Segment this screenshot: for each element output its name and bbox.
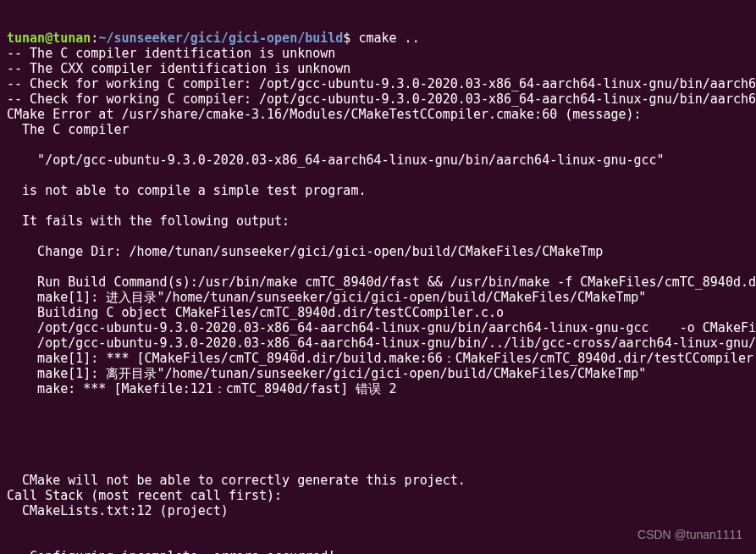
output-line: CMake Error at /usr/share/cmake-3.16/Mod… [7,107,749,122]
watermark-text: CSDN @tunan1111 [637,527,742,542]
output-line: Run Build Command(s):/usr/bin/make cmTC_… [7,274,749,290]
output-line: -- Check for working C compiler: /opt/gc… [7,91,749,107]
prompt-user: tunan@tunan [7,30,91,46]
output-line [7,137,749,152]
output-line: is not able to compile a simple test pro… [7,183,749,198]
output-line: Building C object CMakeFiles/cmTC_8940d.… [7,305,749,320]
output-line [7,396,749,412]
output-line: -- Configuring incomplete, errors occurr… [7,549,749,554]
output-line: CMakeLists.txt:12 (project) [7,503,749,518]
output-line: make: *** [Makefile:121：cmTC_8940d/fast]… [7,381,749,396]
output-line [7,168,749,183]
output-line: CMake will not be able to correctly gene… [7,473,749,488]
output-line: Change Dir: /home/tunan/sunseeker/gici/g… [7,244,749,259]
output-line [7,198,749,213]
output-line: Call Stack (most recent call first): [7,488,749,503]
prompt-path: ~/sunseeker/gici/gici-open/build [98,30,343,46]
output-line: /opt/gcc-ubuntu-9.3.0-2020.03-x86_64-aar… [7,335,749,351]
output-line [7,427,749,442]
output-line: -- Check for working C compiler: /opt/gc… [7,76,749,91]
output-line: The C compiler [7,122,749,137]
output-line: -- The CXX compiler identification is un… [7,61,749,76]
output-line: It fails with the following output: [7,213,749,229]
output-line: make[1]: 离开目录"/home/tunan/sunseeker/gici… [7,366,749,381]
output-line: make[1]: 进入目录"/home/tunan/sunseeker/gici… [7,290,749,305]
output-line [7,442,749,457]
output-line [7,259,749,274]
output-line: /opt/gcc-ubuntu-9.3.0-2020.03-x86_64-aar… [7,320,749,335]
output-line: -- The C compiler identification is unkn… [7,46,749,61]
output-line [7,457,749,473]
terminal-output[interactable]: tunan@tunan:~/sunseeker/gici/gici-open/b… [7,0,749,554]
output-line: make[1]: *** [CMakeFiles/cmTC_8940d.dir/… [7,351,749,366]
prompt-line: tunan@tunan:~/sunseeker/gici/gici-open/b… [7,30,749,46]
prompt-command: cmake .. [350,30,419,46]
output-line [7,229,749,244]
output-line [7,412,749,427]
output-line: "/opt/gcc-ubuntu-9.3.0-2020.03-x86_64-aa… [7,152,749,168]
